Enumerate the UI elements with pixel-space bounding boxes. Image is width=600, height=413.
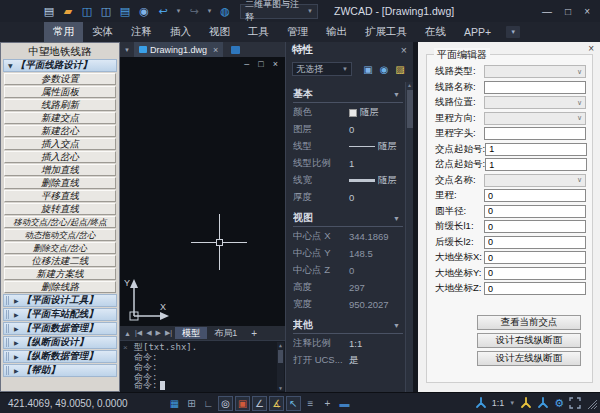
sidebar-section-expanded[interactable]: ▼ 【平面线路设计】 [3, 59, 117, 72]
command-prompt[interactable]: 命令: [134, 380, 165, 390]
toggle-pickadd-icon[interactable]: ▨ [393, 62, 407, 76]
undo-dropdown-caret[interactable]: ▾ [175, 4, 182, 18]
minimize-button[interactable]: — [542, 6, 552, 17]
sidebar-section[interactable]: ▶【纵断面设计】 [3, 336, 117, 349]
property-row[interactable]: 中心点 Z0 [293, 262, 403, 279]
select-objects-icon[interactable]: ◉ [377, 62, 391, 76]
chevron-down-icon[interactable]: ▼ [393, 215, 403, 222]
editor-button[interactable]: 设计左线纵断面 [477, 351, 581, 366]
object-snap-icon[interactable]: ◎ [218, 396, 233, 411]
save-icon[interactable]: ◫ [80, 4, 94, 18]
sidebar-button[interactable]: 删除直线 [4, 177, 116, 189]
sidebar-button[interactable]: 插入岔心 [4, 151, 116, 163]
form-input[interactable] [484, 267, 586, 280]
annotation-visibility-icon[interactable] [475, 397, 487, 409]
ribbon-tab[interactable]: 扩展工具 [356, 22, 416, 42]
sidebar-section[interactable]: ▶【平面车站配线】 [3, 308, 117, 321]
model-canvas[interactable]: – □ × Y X [120, 57, 285, 326]
chevron-down-icon[interactable]: ▼ [393, 322, 403, 329]
sidebar-section[interactable]: ▶【纵断数据管理】 [3, 350, 117, 363]
layout-tab[interactable]: 模型 [175, 327, 207, 339]
ribbon-tab[interactable]: APP+ [455, 22, 500, 42]
close-button[interactable]: × [584, 6, 590, 17]
sidebar-button[interactable]: 位移法建二线 [4, 255, 116, 267]
fullscreen-icon[interactable] [569, 397, 581, 409]
property-row[interactable]: 宽度950.2027 [293, 296, 403, 313]
command-scrollbar[interactable]: ▲ ▼ [277, 342, 284, 391]
new-file-icon[interactable]: ▤ [42, 4, 56, 18]
ribbon-tab[interactable]: 注释 [122, 22, 161, 42]
sidebar-button[interactable]: 插入交点 [4, 138, 116, 150]
prev-tab-icon[interactable]: ◀ [145, 329, 152, 337]
chevron-down-icon[interactable]: ▼ [393, 91, 403, 98]
layout-tab[interactable]: 布局1 [207, 327, 244, 339]
new-document-icon[interactable] [231, 46, 240, 54]
form-input[interactable] [484, 81, 586, 94]
workspace-dropdown[interactable]: 二维草图与注释 ▼ [240, 4, 318, 19]
document-tab[interactable]: Drawing1.dwg × [134, 42, 223, 57]
ribbon-tab[interactable]: 常用 [44, 22, 83, 42]
sidebar-button[interactable]: 移动交点/岔心/起点/终点 [4, 216, 116, 228]
save-as-icon[interactable]: ◫ [99, 4, 113, 18]
scrollbar-thumb[interactable] [407, 90, 413, 128]
properties-close-icon[interactable]: × [401, 44, 407, 56]
annotation-scale-sync-icon[interactable] [537, 397, 549, 409]
editor-button[interactable]: 设计右线纵断面 [477, 333, 581, 348]
sidebar-section[interactable]: ▶【平面设计工具】 [3, 294, 117, 307]
form-select[interactable]: ∨ [484, 112, 586, 125]
sidebar-section[interactable]: ▶【帮助】 [3, 364, 117, 377]
sidebar-button[interactable]: 删除交点/岔心 [4, 242, 116, 254]
property-row[interactable]: 颜色随层 [293, 104, 403, 121]
maximize-button[interactable]: □ [565, 6, 571, 17]
property-row[interactable]: 打开 UCS...是 [293, 352, 403, 369]
form-input[interactable] [484, 236, 586, 249]
grid-icon[interactable]: ⊞ [184, 396, 199, 411]
property-row[interactable]: 高度297 [293, 279, 403, 296]
sidebar-button[interactable]: 新建方案线 [4, 268, 116, 280]
lineweight-icon[interactable]: ≡ [303, 396, 318, 411]
command-close-icon[interactable]: × [123, 343, 128, 352]
form-input[interactable] [484, 127, 586, 140]
form-select[interactable]: ∨ [484, 174, 586, 187]
first-tab-icon[interactable]: |◀ [134, 329, 143, 337]
form-input[interactable] [484, 205, 586, 218]
polar-tracking-icon[interactable]: ∠ [252, 396, 267, 411]
section-header[interactable]: 其他▼ [293, 318, 403, 334]
dynamic-input-icon[interactable]: ↖ [286, 396, 301, 411]
undo-icon[interactable]: ↩ [156, 4, 170, 18]
ribbon-tab[interactable]: 工具 [239, 22, 278, 42]
resize-grip[interactable] [586, 398, 597, 409]
form-select[interactable]: ∨ [484, 96, 586, 109]
selection-dropdown[interactable]: 无选择 ▼ [292, 62, 352, 76]
ribbon-tab[interactable]: 输出 [317, 22, 356, 42]
sidebar-button[interactable]: 动态拖动交点/岔心 [4, 229, 116, 241]
form-input[interactable] [484, 282, 586, 295]
scroll-up-icon[interactable]: ▲ [279, 342, 282, 348]
form-input[interactable] [484, 251, 586, 264]
ribbon-tab[interactable]: 实体 [83, 22, 122, 42]
print-icon[interactable]: ▤ [118, 4, 132, 18]
ribbon-tab[interactable]: 在线 [416, 22, 455, 42]
snap-marker-icon[interactable]: ▣ [235, 396, 250, 411]
panel-close-icon[interactable]: × [588, 43, 594, 54]
selection-cycling-icon[interactable]: + [320, 396, 335, 411]
properties-scrollbar[interactable]: ▲ [405, 82, 413, 392]
scrollbar-thumb[interactable] [278, 350, 283, 363]
sidebar-button[interactable]: 旋转直线 [4, 203, 116, 215]
sidebar-button[interactable]: 新建岔心 [4, 125, 116, 137]
section-header[interactable]: 视图▼ [293, 211, 403, 227]
form-input[interactable] [484, 189, 586, 202]
section-header[interactable]: 基本▼ [293, 87, 403, 103]
open-folder-icon[interactable]: ▰ [61, 4, 75, 18]
scroll-down-icon[interactable]: ▼ [279, 385, 282, 391]
form-input[interactable] [484, 220, 586, 233]
quick-select-icon[interactable]: ▣ [361, 62, 375, 76]
sidebar-section[interactable]: ▶【平面数据管理】 [3, 322, 117, 335]
property-row[interactable]: 厚度0 [293, 189, 403, 206]
sidebar-button[interactable]: 属性面板 [4, 86, 116, 98]
redo-dropdown-caret[interactable]: ▾ [206, 4, 213, 18]
mdi-close-button[interactable]: × [273, 59, 278, 69]
tab-list-dropdown-icon[interactable]: ▼ [120, 47, 134, 53]
scroll-up-icon[interactable]: ▲ [407, 82, 412, 88]
object-snap-tracking-icon[interactable]: ∡ [269, 396, 284, 411]
